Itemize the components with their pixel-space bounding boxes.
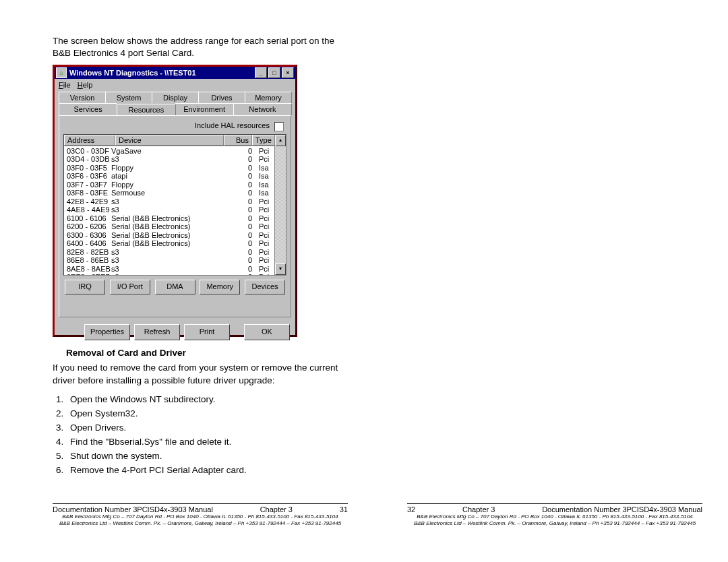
print-button[interactable]: Print [184,324,230,340]
menu-bar: File Help [55,79,295,90]
table-row[interactable]: 4AE8 - 4AE9s30Pci [64,206,286,214]
footer-right: 32 Chapter 3 Documentation Number 3PCISD… [407,503,702,527]
section-intro: If you need to remove the card from your… [53,362,348,386]
tab-environment[interactable]: Environment [175,103,234,115]
list-item: Open the Windows NT subdirectory. [66,392,348,406]
list-item: Find the "Bbserial.Sys" file and delete … [66,435,348,449]
window-title: Windows NT Diagnostics - \\TEST01 [69,69,196,77]
title-bar: ⌂ Windows NT Diagnostics - \\TEST01 _ □ … [55,67,295,79]
hal-checkbox[interactable] [274,122,284,131]
footer-left: Documentation Number 3PCISD4x-3903 Manua… [53,503,348,527]
scroll-down-icon[interactable]: ▾ [275,263,286,275]
tab-network[interactable]: Network [233,103,292,115]
scrollbar[interactable]: ▴ ▾ [274,135,286,275]
maximize-button[interactable]: □ [268,67,280,78]
refresh-button[interactable]: Refresh [134,324,180,340]
list-item: Shut down the system. [66,449,348,463]
table-row[interactable]: 42E8 - 42E9s30Pci [64,197,286,206]
tab-resources[interactable]: Resources [117,104,175,116]
table-row[interactable]: 82E8 - 82EBs30Pci [64,248,286,257]
table-row[interactable]: 03F6 - 03F6atapi0Isa [64,172,286,181]
resource-list[interactable]: Address Device Bus Type 03C0 - 03DFVgaSa… [63,134,286,276]
resources-panel: Include HAL resources Address Device Bus… [59,115,291,317]
table-row[interactable]: 6100 - 6106Serial (B&B Electronics)0Pci [64,214,286,223]
tab-version[interactable]: Version [59,92,106,103]
menu-help[interactable]: Help [78,81,93,89]
tab-display[interactable]: Display [152,92,199,103]
table-row[interactable]: 8EE8 - 8EEBs30Pci [64,273,286,276]
devices-button[interactable]: Devices [245,280,285,294]
table-row[interactable]: 03C0 - 03DFVgaSave0Pci [64,147,286,156]
section-heading: Removal of Card and Driver [66,348,348,358]
list-item: Open System32. [66,406,348,420]
app-icon: ⌂ [56,67,67,78]
irq-button[interactable]: IRQ [65,280,105,294]
dma-button[interactable]: DMA [155,280,195,294]
i-o-port-button[interactable]: I/O Port [110,280,150,294]
col-device[interactable]: Device [115,135,224,146]
tab-memory[interactable]: Memory [245,92,292,103]
minimize-button[interactable]: _ [255,67,267,78]
col-address[interactable]: Address [64,135,115,146]
tab-services[interactable]: Services [59,103,117,115]
col-bus[interactable]: Bus [224,135,252,146]
table-row[interactable]: 03F8 - 03FESermouse0Isa [64,189,286,197]
tab-system[interactable]: System [105,92,152,103]
table-row[interactable]: 6400 - 6406Serial (B&B Electronics)0Pci [64,239,286,248]
list-item: Remove the 4-Port PCI Serial Adapter car… [66,463,348,477]
table-row[interactable]: 6300 - 6306Serial (B&B Electronics)0Pci [64,231,286,240]
close-button[interactable]: × [282,67,294,78]
menu-file[interactable]: File [59,81,71,89]
table-row[interactable]: 86E8 - 86EBs30Pci [64,256,286,265]
scroll-up-icon[interactable]: ▴ [275,135,286,146]
list-item: Open Drivers. [66,420,348,435]
memory-button[interactable]: Memory [200,280,240,294]
intro-text: The screen below shows the address range… [53,35,348,59]
tab-drives[interactable]: Drives [198,92,245,103]
ok-button[interactable]: OK [244,324,290,340]
table-row[interactable]: 03F0 - 03F5Floppy0Isa [64,164,286,173]
table-row[interactable]: 03F7 - 03F7Floppy0Isa [64,181,286,189]
table-row[interactable]: 8AE8 - 8AEBs30Pci [64,265,286,274]
properties-button[interactable]: Properties [84,324,130,340]
hal-label: Include HAL resources [195,121,270,129]
nt-diagnostics-window: ⌂ Windows NT Diagnostics - \\TEST01 _ □ … [53,65,297,337]
table-row[interactable]: 6200 - 6206Serial (B&B Electronics)0Pci [64,222,286,231]
table-row[interactable]: 03D4 - 03DBs30Pci [64,155,286,164]
